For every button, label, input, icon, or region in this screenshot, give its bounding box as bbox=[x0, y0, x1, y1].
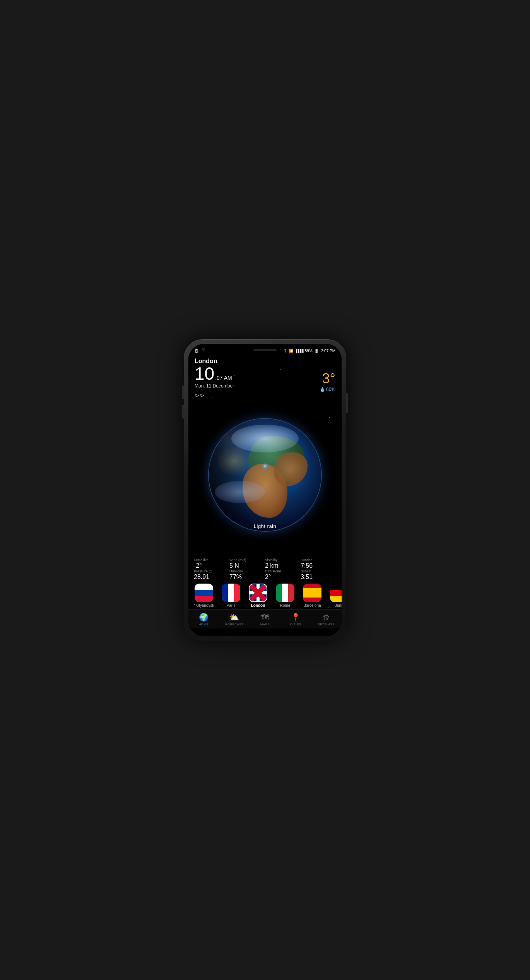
image-icon: 🖼 bbox=[195, 349, 198, 353]
maps-icon: 🗺 bbox=[261, 613, 269, 622]
stat-sunset: Sunset 3:51 bbox=[301, 569, 336, 580]
weather-header: London 10 :07 AM Mon, 11 December ⋗⋗ 🌧 3… bbox=[188, 355, 342, 399]
city-label-paris: Paris bbox=[227, 603, 236, 608]
battery-icon: 🔋 bbox=[314, 349, 319, 353]
stat-value-6: 2° bbox=[265, 573, 301, 580]
location-status-icon: 📍 bbox=[283, 349, 287, 353]
stat-dew-point: Dew Point 2° bbox=[265, 569, 301, 580]
stats-grid: Feels like -2° Wind (m/s) 5 N Visibility… bbox=[188, 555, 342, 582]
nav-home[interactable]: 🌍 HOME bbox=[188, 612, 219, 627]
city-flag-barcelona bbox=[303, 584, 321, 602]
stat-value-1: 5 N bbox=[229, 562, 265, 569]
city-flag-london bbox=[249, 584, 267, 602]
city-label-london: London bbox=[251, 603, 265, 608]
settings-label: SETTINGS bbox=[318, 623, 335, 626]
stat-value-7: 3:51 bbox=[301, 573, 336, 580]
status-right: 📍 📶 ▐▐▐▐ 89% 🔋 2:07 PM bbox=[283, 349, 335, 353]
cities-label: CITIES bbox=[290, 623, 301, 626]
forecast-label: FORECAST bbox=[225, 623, 244, 626]
cities-icon: 📍 bbox=[291, 613, 301, 622]
nav-forecast[interactable]: ⛅ FORECAST bbox=[219, 612, 250, 627]
stat-value-2: 2 km bbox=[265, 562, 301, 569]
stat-value-5: 77% bbox=[229, 573, 265, 580]
location-time-block: London 10 :07 AM Mon, 11 December ⋗⋗ bbox=[195, 358, 234, 399]
city-item-paris[interactable]: Paris bbox=[219, 584, 243, 608]
status-bar: 🖼 📍 📶 ▐▐▐▐ 89% 🔋 2:07 PM bbox=[188, 346, 342, 355]
phone-screen: 🖼 📍 📶 ▐▐▐▐ 89% 🔋 2:07 PM bbox=[188, 344, 342, 636]
humidity-value: 60% bbox=[326, 387, 335, 392]
location-dot bbox=[263, 464, 267, 468]
globe-shine bbox=[215, 425, 254, 458]
humidity-row: 💧 60% bbox=[320, 387, 335, 392]
stat-label-1: Wind (m/s) bbox=[229, 558, 265, 562]
stat-sunrise: Sunrise 7:56 bbox=[301, 558, 336, 569]
weather-cloud-icon: 🌧 bbox=[320, 358, 335, 370]
stat-label-4: Pressure (") bbox=[194, 569, 229, 573]
time-minutes: :07 AM bbox=[215, 375, 232, 381]
nav-maps[interactable]: 🗺 MAPS bbox=[250, 612, 280, 627]
city-label-barcelona: Barcelona bbox=[303, 603, 321, 608]
home-icon: 🌍 bbox=[199, 613, 209, 622]
city-item-barcelona[interactable]: Barcelona bbox=[300, 584, 325, 608]
city-flag-ulyanovsk bbox=[195, 584, 213, 602]
phone-frame: 🖼 📍 📶 ▐▐▐▐ 89% 🔋 2:07 PM bbox=[184, 339, 346, 641]
city-flag-rome bbox=[276, 584, 294, 602]
nav-cities[interactable]: 📍 CITIES bbox=[280, 612, 311, 627]
stat-label-5: Humidity bbox=[229, 569, 265, 573]
home-label: HOME bbox=[199, 623, 209, 626]
city-item-ulyanovsk[interactable]: * Ulyanovsk bbox=[191, 584, 216, 608]
status-time: 2:07 PM bbox=[321, 349, 335, 353]
stat-pressure: Pressure (") 28.91 bbox=[194, 569, 229, 580]
city-item-london[interactable]: London bbox=[246, 584, 270, 608]
globe-container[interactable]: Light rain bbox=[188, 395, 342, 555]
stat-value-3: 7:56 bbox=[301, 562, 336, 569]
stat-label-2: Visibility bbox=[265, 558, 301, 562]
earth-globe: Light rain bbox=[209, 419, 321, 531]
weather-widget: 🌧 3° 💧 60% bbox=[320, 358, 335, 392]
stat-feels-like: Feels like -2° bbox=[194, 558, 229, 569]
app-content: London 10 :07 AM Mon, 11 December ⋗⋗ 🌧 3… bbox=[188, 355, 342, 636]
stat-label-6: Dew Point bbox=[265, 569, 301, 573]
forecast-icon: ⛅ bbox=[229, 613, 239, 622]
status-left: 🖼 bbox=[195, 349, 198, 353]
temperature-value: 3° bbox=[320, 370, 335, 387]
nav-settings[interactable]: ⚙ SETTINGS bbox=[311, 612, 342, 627]
city-flag-berlin bbox=[330, 584, 342, 602]
stat-label-0: Feels like bbox=[194, 558, 229, 562]
city-label-ulyanovsk: * Ulyanovsk bbox=[194, 603, 214, 608]
date-display: Mon, 11 December bbox=[195, 383, 234, 389]
signal-status-icon: ▐▐▐▐ bbox=[295, 349, 303, 353]
battery-percent: 89% bbox=[305, 349, 313, 353]
city-label-rome: Rome bbox=[280, 603, 291, 608]
stat-visibility: Visibility 2 km bbox=[265, 558, 301, 569]
city-carousel: * Ulyanovsk Paris London Rome bbox=[188, 582, 342, 609]
time-hour: 10 bbox=[195, 365, 214, 382]
stat-humidity: Humidity 77% bbox=[229, 569, 265, 580]
stat-label-3: Sunrise bbox=[301, 558, 336, 562]
city-label-berlin: Berlin bbox=[334, 603, 342, 608]
stat-wind: Wind (m/s) 5 N bbox=[229, 558, 265, 569]
maps-label: MAPS bbox=[260, 623, 270, 626]
settings-icon: ⚙ bbox=[323, 613, 330, 622]
city-item-berlin[interactable]: Berlin bbox=[327, 584, 342, 608]
bottom-navigation: 🌍 HOME ⛅ FORECAST 🗺 MAPS 📍 CITIES ⚙ bbox=[188, 609, 342, 628]
city-flag-paris bbox=[222, 584, 240, 602]
weather-condition: Light rain bbox=[254, 523, 276, 529]
time-display: 10 :07 AM bbox=[195, 365, 234, 382]
share-icon[interactable]: ⋗⋗ bbox=[195, 392, 234, 399]
city-item-rome[interactable]: Rome bbox=[273, 584, 297, 608]
stat-value-4: 28.91 bbox=[194, 573, 229, 580]
stat-value-0: -2° bbox=[194, 562, 229, 569]
raindrop-icon: 💧 bbox=[320, 387, 325, 392]
wifi-status-icon: 📶 bbox=[289, 349, 293, 353]
stat-label-7: Sunset bbox=[301, 569, 336, 573]
